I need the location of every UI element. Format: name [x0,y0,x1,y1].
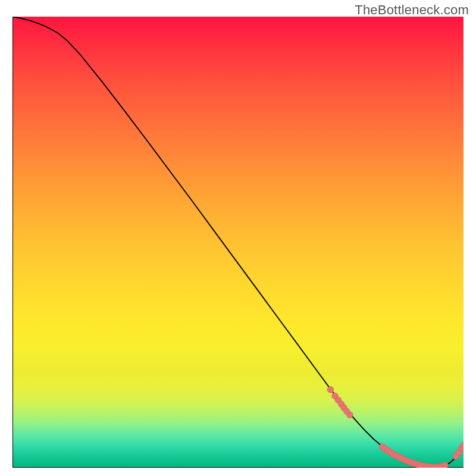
upper-slope-cluster-point [327,387,334,393]
valley-cluster-point [442,462,449,468]
curve-layer [12,17,464,468]
chart-container: TheBottleneck.com [0,0,476,476]
upper-slope-cluster-point [347,412,353,418]
data-markers [327,387,464,468]
watermark-text: TheBottleneck.com [355,2,469,18]
bottleneck-curve [12,17,464,468]
